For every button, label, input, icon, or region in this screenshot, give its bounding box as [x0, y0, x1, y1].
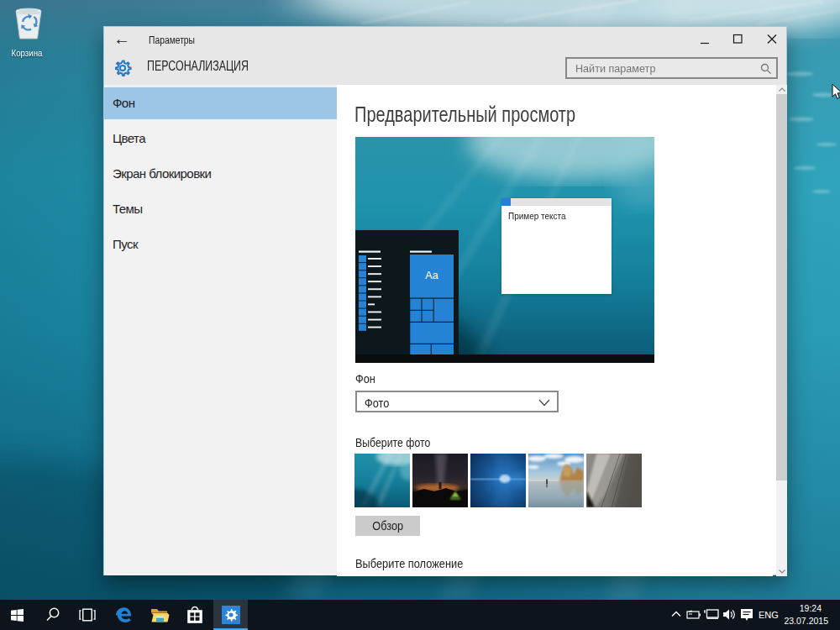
- svg-text:Aa: Aa: [425, 270, 438, 281]
